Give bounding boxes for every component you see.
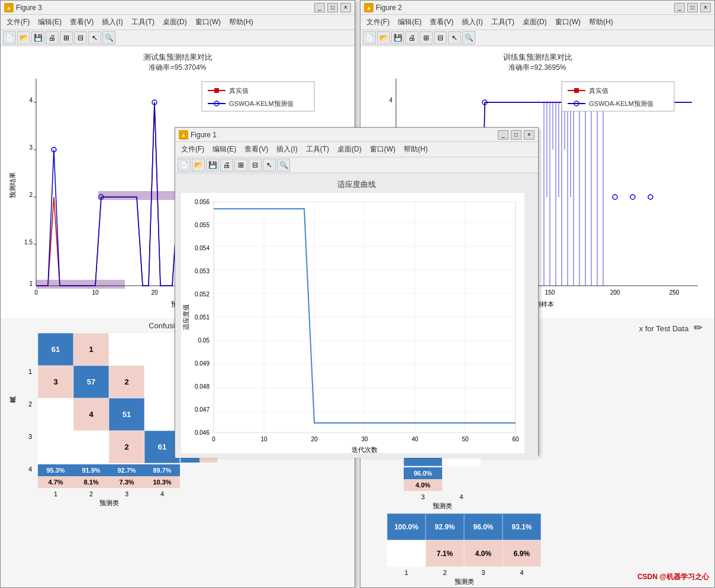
zoom-btn[interactable]: 🔍	[102, 31, 115, 44]
save-btn3[interactable]: 💾	[206, 159, 219, 172]
new-btn[interactable]: 📄	[3, 31, 16, 44]
fig3-pred-label: 预测类	[38, 499, 180, 508]
close-btn3[interactable]: ×	[524, 130, 534, 140]
cursor-btn3[interactable]: ↖	[263, 159, 276, 172]
print-btn2[interactable]: 🖨	[405, 31, 418, 44]
cm-cell-2-3: 2	[109, 366, 144, 398]
fig3-controls[interactable]: _ □ ×	[314, 3, 351, 12]
help-menu2[interactable]: 帮助(H)	[585, 16, 617, 28]
maximize-btn3[interactable]: □	[511, 130, 521, 140]
cursor-btn2[interactable]: ↖	[448, 31, 461, 44]
fig2-titlebar: ▲ Figure 2 _ □ ×	[360, 1, 714, 15]
cm-cell-4-2	[73, 431, 109, 463]
minimize-btn2[interactable]: _	[674, 3, 685, 12]
maximize-btn[interactable]: □	[327, 3, 338, 12]
print-btn3[interactable]: 🖨	[220, 159, 233, 172]
matlab-icon2: ▲	[364, 3, 373, 12]
minimize-btn3[interactable]: _	[498, 130, 508, 140]
fig3-bottom-pct: 95.3% 91.9% 92.7% 89.7%	[38, 464, 218, 476]
new-btn2[interactable]: 📄	[363, 31, 376, 44]
edit-menu2[interactable]: 编辑(E)	[394, 16, 425, 28]
layout2-btn3[interactable]: ⊟	[249, 159, 262, 172]
layout-btn2[interactable]: ⊞	[420, 31, 433, 44]
open-btn2[interactable]: 📂	[377, 31, 390, 44]
svg-text:0.053: 0.053	[195, 268, 210, 274]
help-menu3[interactable]: 帮助(H)	[400, 143, 431, 156]
tools-menu[interactable]: 工具(T)	[128, 16, 158, 28]
tools-menu2[interactable]: 工具(T)	[488, 16, 518, 28]
svg-rect-72	[574, 88, 579, 93]
close-btn[interactable]: ×	[340, 3, 351, 12]
svg-text:0.046: 0.046	[195, 429, 210, 436]
open-btn[interactable]: 📂	[17, 31, 30, 44]
svg-text:20: 20	[151, 289, 158, 296]
file-menu[interactable]: 文件(F)	[3, 16, 33, 28]
svg-text:GSWOA-KELM预测值: GSWOA-KELM预测值	[589, 100, 653, 107]
cm-cell-3-3: 51	[109, 398, 144, 431]
matlab-icon: ▲	[4, 3, 14, 12]
layout2-btn2[interactable]: ⊟	[434, 31, 447, 44]
print-btn[interactable]: 🖨	[46, 31, 59, 44]
insert-menu3[interactable]: 插入(I)	[273, 143, 301, 156]
desktop-menu3[interactable]: 桌面(D)	[334, 143, 365, 156]
minimize-btn[interactable]: _	[314, 3, 325, 12]
layout-btn[interactable]: ⊞	[60, 31, 73, 44]
file-menu3[interactable]: 文件(F)	[178, 143, 208, 156]
fig2-pred-label: 预测类	[404, 502, 481, 511]
edit-menu3[interactable]: 编辑(E)	[209, 143, 240, 156]
edit-icon[interactable]: ✏	[694, 322, 703, 334]
maximize-btn2[interactable]: □	[687, 3, 698, 12]
fig3-chart-title: 测试集预测结果对比	[7, 52, 349, 63]
svg-text:迭代次数: 迭代次数	[352, 446, 378, 453]
window-menu[interactable]: 窗口(W)	[192, 16, 224, 28]
svg-text:0.055: 0.055	[195, 222, 210, 228]
fig3-title: ▲ Figure 3	[4, 3, 42, 12]
cursor-btn[interactable]: ↖	[88, 31, 101, 44]
fig1-chart-title: 适应度曲线	[181, 179, 532, 190]
window-menu2[interactable]: 窗口(W)	[552, 16, 584, 28]
svg-text:50: 50	[462, 436, 469, 442]
zoom-btn3[interactable]: 🔍	[277, 159, 290, 172]
svg-text:10: 10	[92, 289, 99, 296]
cm-cell-4-1	[38, 431, 73, 463]
fig1-title: ▲ Figure 1	[179, 130, 217, 140]
file-menu2[interactable]: 文件(F)	[363, 16, 393, 28]
svg-text:0.048: 0.048	[195, 383, 210, 390]
desktop-menu[interactable]: 桌面(D)	[159, 16, 191, 28]
layout-btn3[interactable]: ⊞	[234, 159, 247, 172]
svg-text:3: 3	[29, 144, 33, 151]
desktop-menu2[interactable]: 桌面(D)	[519, 16, 550, 28]
view-menu[interactable]: 查看(V)	[66, 16, 97, 28]
view-menu3[interactable]: 查看(V)	[241, 143, 272, 156]
fig3-toolbar: 📄 📂 💾 🖨 ⊞ ⊟ ↖ 🔍	[1, 30, 355, 46]
svg-text:4: 4	[389, 97, 392, 104]
svg-text:30: 30	[361, 436, 368, 442]
fig2-controls[interactable]: _ □ ×	[674, 3, 711, 12]
new-btn3[interactable]: 📄	[178, 159, 191, 172]
svg-text:预测结果: 预测结果	[9, 172, 16, 198]
svg-text:0.051: 0.051	[195, 314, 210, 321]
insert-menu[interactable]: 插入(I)	[98, 16, 126, 28]
open-btn3[interactable]: 📂	[192, 159, 205, 172]
tools-menu3[interactable]: 工具(T)	[302, 143, 333, 156]
svg-text:0.052: 0.052	[195, 291, 210, 298]
fig1-toolbar: 📄 📂 💾 🖨 ⊞ ⊟ ↖ 🔍	[175, 157, 538, 173]
svg-text:0.054: 0.054	[195, 245, 210, 251]
zoom-btn2[interactable]: 🔍	[462, 31, 475, 44]
svg-text:60: 60	[512, 436, 519, 442]
fig2-menubar: 文件(F) 编辑(E) 查看(V) 插入(I) 工具(T) 桌面(D) 窗口(W…	[360, 15, 714, 30]
close-btn2[interactable]: ×	[700, 3, 711, 12]
save-btn2[interactable]: 💾	[391, 31, 404, 44]
help-menu[interactable]: 帮助(H)	[226, 16, 257, 28]
edit-menu[interactable]: 编辑(E)	[34, 16, 65, 28]
fig1-titlebar: ▲ Figure 1 _ □ ×	[175, 128, 538, 142]
insert-menu2[interactable]: 插入(I)	[458, 16, 486, 28]
cm-cell-2-2: 57	[73, 366, 109, 398]
fig3-chart-subtitle: 准确率=95.3704%	[7, 63, 349, 73]
window-menu3[interactable]: 窗口(W)	[366, 143, 399, 156]
save-btn[interactable]: 💾	[31, 31, 44, 44]
svg-rect-24	[98, 191, 175, 200]
view-menu2[interactable]: 查看(V)	[426, 16, 457, 28]
fig1-controls[interactable]: _ □ ×	[498, 130, 534, 140]
layout2-btn[interactable]: ⊟	[74, 31, 87, 44]
